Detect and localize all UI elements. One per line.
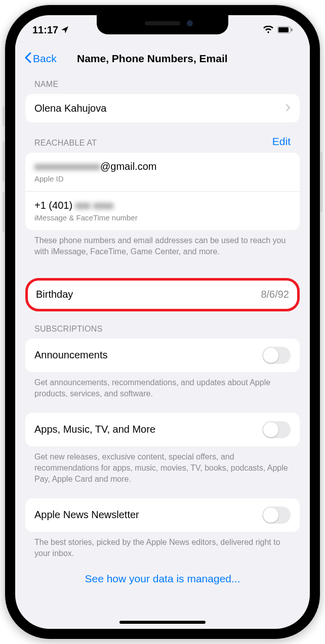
email-value: xxxxxxxxxxxxx@gmail.com — [34, 161, 156, 172]
news-toggle[interactable] — [262, 507, 291, 524]
back-label: Back — [33, 53, 57, 65]
email-row[interactable]: xxxxxxxxxxxxx@gmail.com Apple ID — [25, 153, 300, 191]
announcements-footer: Get announcements, recommendations, and … — [25, 372, 300, 400]
reachable-footer: These phone numbers and email addresses … — [25, 230, 300, 258]
announcements-label: Announcements — [34, 349, 108, 361]
section-header-name: NAME — [25, 73, 300, 94]
apps-card: Apps, Music, TV, and More — [25, 413, 300, 446]
back-button[interactable]: Back — [21, 49, 60, 69]
side-button-volume-up — [3, 142, 5, 182]
page-title: Name, Phone Numbers, Email — [77, 53, 228, 65]
section-header-reachable-label: REACHABLE AT — [34, 139, 97, 148]
edit-button[interactable]: Edit — [272, 135, 291, 148]
section-header-reachable: REACHABLE AT Edit — [25, 122, 300, 153]
chevron-right-icon — [286, 103, 291, 114]
news-label: Apple News Newsletter — [34, 509, 139, 521]
birthday-row[interactable]: Birthday 8/6/92 — [28, 281, 297, 309]
news-row: Apple News Newsletter — [25, 498, 300, 532]
announcements-toggle[interactable] — [262, 347, 291, 364]
birthday-value: 8/6/92 — [261, 289, 289, 300]
phone-value: +1 (401) xxx xxxx — [34, 200, 113, 211]
section-header-subscriptions-label: SUBSCRIPTIONS — [34, 325, 103, 334]
section-header-subscriptions: SUBSCRIPTIONS — [25, 311, 300, 339]
apps-toggle[interactable] — [262, 421, 291, 438]
phone-redacted: xxx xxxx — [75, 200, 114, 211]
status-time: 11:17 — [32, 24, 58, 36]
location-icon — [61, 26, 69, 34]
birthday-card: Birthday 8/6/92 — [25, 278, 300, 311]
home-indicator[interactable] — [119, 621, 206, 624]
name-row[interactable]: Olena Kahujova — [25, 94, 300, 122]
email-sublabel: Apple ID — [34, 174, 64, 183]
data-managed-link[interactable]: See how your data is managed... — [25, 560, 300, 585]
chevron-left-icon — [24, 52, 31, 66]
nav-bar: Back Name, Phone Numbers, Email — [15, 44, 310, 73]
apps-label: Apps, Music, TV, and More — [34, 424, 155, 435]
email-redacted: xxxxxxxxxxxxx — [34, 161, 100, 172]
battery-icon — [277, 26, 293, 33]
reachable-card: xxxxxxxxxxxxx@gmail.com Apple ID +1 (401… — [25, 153, 300, 230]
phone-sublabel: iMessage & FaceTime number — [34, 213, 138, 222]
name-value: Olena Kahujova — [34, 103, 106, 114]
side-button-silent — [3, 106, 5, 126]
screen: 11:17 Back Name, Ph — [15, 15, 310, 629]
announcements-row: Announcements — [25, 339, 300, 372]
section-header-name-label: NAME — [34, 80, 58, 89]
birthday-label: Birthday — [36, 289, 73, 300]
phone-row[interactable]: +1 (401) xxx xxxx iMessage & FaceTime nu… — [25, 191, 300, 230]
name-card: Olena Kahujova — [25, 94, 300, 122]
svg-rect-2 — [291, 28, 293, 31]
side-button-power — [320, 152, 322, 212]
announcements-card: Announcements — [25, 339, 300, 372]
apps-footer: Get new releases, exclusive content, spe… — [25, 446, 300, 485]
phone-prefix: +1 (401) — [34, 200, 75, 211]
side-button-volume-down — [3, 192, 5, 233]
news-footer: The best stories, picked by the Apple Ne… — [25, 532, 300, 560]
news-card: Apple News Newsletter — [25, 498, 300, 532]
wifi-icon — [263, 26, 274, 34]
apps-row: Apps, Music, TV, and More — [25, 413, 300, 446]
email-suffix: @gmail.com — [100, 161, 156, 172]
phone-frame: 11:17 Back Name, Ph — [5, 5, 320, 639]
notch — [97, 15, 228, 34]
svg-rect-1 — [278, 27, 289, 32]
